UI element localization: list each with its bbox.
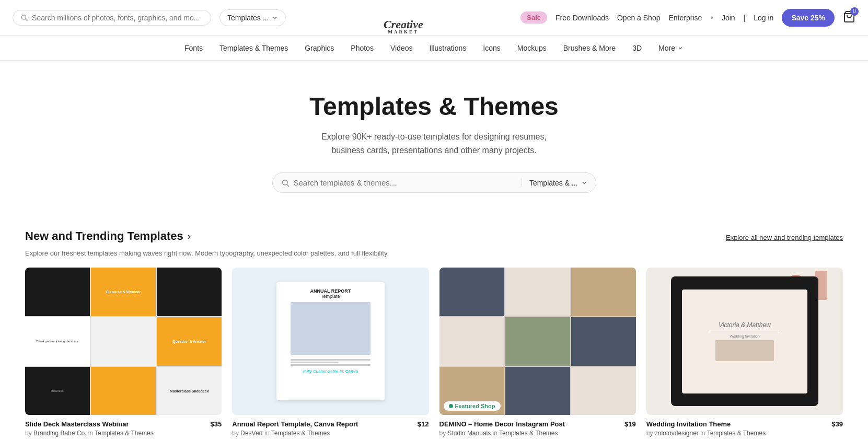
product-name: Slide Deck Masterclass Webinar [25, 420, 206, 428]
product-name: Wedding Invitation Theme [646, 420, 828, 428]
product-author: by Studio Manuals in Templates & Themes [439, 430, 636, 437]
author-link[interactable]: Branding Babe Co. [33, 430, 86, 437]
join-link[interactable]: Join [722, 14, 735, 22]
svg-line-4 [287, 184, 289, 187]
chevron-down-icon [272, 15, 278, 21]
slide-deck-thumb: E-course & Webinar Thank you for joining… [25, 268, 222, 415]
category-nav: Fonts Templates & Themes Graphics Photos… [0, 36, 868, 61]
separator-pipe: | [744, 14, 746, 22]
wedding-screen: Victoria & Matthew Wedding Invitation [682, 290, 807, 393]
product-grid: E-course & Webinar Thank you for joining… [25, 268, 843, 437]
product-card[interactable]: Victoria & Matthew Wedding Invitation We… [646, 268, 843, 437]
category-link[interactable]: Templates & Themes [95, 430, 154, 437]
search-icon [20, 14, 28, 21]
product-price: $19 [624, 420, 636, 428]
cart-badge: 0 [850, 7, 859, 16]
product-price: $12 [418, 420, 429, 428]
wedding-device: Victoria & Matthew Wedding Invitation [671, 276, 818, 406]
nav-templates[interactable]: Templates & Themes [219, 37, 288, 60]
product-name: DEMINO – Home Decor Instagram Post [439, 420, 621, 428]
enterprise-link[interactable]: Enterprise [668, 14, 702, 22]
hero-search-dropdown-label: Templates & ... [529, 179, 578, 187]
template-category-dropdown[interactable]: Templates ... [219, 9, 286, 26]
nav-videos[interactable]: Videos [390, 37, 413, 60]
product-info: DEMINO – Home Decor Instagram Post $19 [439, 420, 636, 428]
nav-icons[interactable]: Icons [483, 37, 500, 60]
product-info: Annual Report Template, Canva Report $12 [232, 420, 429, 428]
product-thumbnail: ANNUAL REPORTTemplate Fully Customizable… [232, 268, 429, 415]
nav-brushes[interactable]: Brushes & More [563, 37, 616, 60]
nav-illustrations[interactable]: Illustrations [429, 37, 466, 60]
login-link[interactable]: Log in [754, 14, 773, 22]
product-info: Wedding Invitation Theme $39 [646, 420, 843, 428]
logo-sub: Market [384, 29, 423, 34]
product-card[interactable]: ANNUAL REPORTTemplate Fully Customizable… [232, 268, 429, 437]
nav-right: Sale Free Downloads Open a Shop Enterpri… [520, 9, 855, 27]
author-link[interactable]: Studio Manuals [448, 430, 491, 437]
nav-mockups[interactable]: Mockups [517, 37, 547, 60]
explore-all-link[interactable]: Explore all new and trending templates [726, 234, 843, 241]
separator: • [710, 13, 713, 22]
template-dropdown-label: Templates ... [227, 14, 269, 22]
section-title-area: New and Trending Templates › [25, 229, 191, 246]
search-icon [281, 179, 290, 187]
product-price: $35 [211, 420, 222, 428]
page-title: Templates & Themes [13, 92, 855, 121]
author-link[interactable]: DesVert [240, 430, 263, 437]
search-bar[interactable] [13, 10, 211, 26]
hero-section: Templates & Themes Explore 90K+ ready-to… [0, 61, 868, 214]
product-thumbnail: E-course & Webinar Thank you for joining… [25, 268, 222, 415]
product-name: Annual Report Template, Canva Report [232, 420, 413, 428]
featured-dot [449, 404, 453, 408]
featured-badge: Featured Shop [444, 401, 501, 411]
nav-photos[interactable]: Photos [351, 37, 374, 60]
hero-search-dropdown[interactable]: Templates & ... [522, 179, 587, 187]
free-downloads-link[interactable]: Free Downloads [555, 14, 609, 22]
chevron-down-icon [677, 45, 684, 51]
featured-label: Featured Shop [455, 403, 495, 409]
report-preview: ANNUAL REPORTTemplate Fully Customizable… [276, 282, 385, 400]
section-header: New and Trending Templates › Explore all… [25, 229, 843, 246]
product-thumbnail: Featured Shop [439, 268, 636, 415]
product-card[interactable]: E-course & Webinar Thank you for joining… [25, 268, 222, 437]
nav-graphics[interactable]: Graphics [305, 37, 334, 60]
hero-search-input[interactable] [290, 178, 522, 187]
product-price: $39 [831, 420, 843, 428]
product-thumbnail: Victoria & Matthew Wedding Invitation [646, 268, 843, 415]
category-link[interactable]: Templates & Themes [499, 430, 558, 437]
author-link[interactable]: zolotovdesigner [655, 430, 699, 437]
product-author: by Branding Babe Co. in Templates & Them… [25, 430, 222, 437]
hero-subtitle: Explore 90K+ ready-to-use templates for … [13, 130, 855, 157]
product-card[interactable]: Featured Shop DEMINO – Home Decor Instag… [439, 268, 636, 437]
nav-more[interactable]: More [658, 37, 684, 60]
nav-fonts[interactable]: Fonts [184, 37, 203, 60]
open-shop-link[interactable]: Open a Shop [617, 14, 661, 22]
arrow-icon: › [188, 231, 191, 242]
save-button[interactable]: Save 25% [782, 9, 835, 27]
cart-icon[interactable]: 0 [843, 10, 855, 25]
category-link[interactable]: Templates & Themes [707, 430, 766, 437]
svg-line-1 [26, 19, 27, 20]
chevron-down-icon [581, 180, 587, 186]
header: Templates ... Creative Market Sale Free … [0, 0, 868, 36]
sale-badge[interactable]: Sale [520, 11, 547, 24]
product-info: Slide Deck Masterclass Webinar $35 [25, 420, 222, 428]
hero-search-bar[interactable]: Templates & ... [272, 172, 596, 193]
product-author: by zolotovdesigner in Templates & Themes [646, 430, 843, 437]
section-title: New and Trending Templates [25, 229, 183, 243]
site-logo[interactable]: Creative Market [384, 18, 423, 34]
trending-section: New and Trending Templates › Explore all… [0, 214, 868, 440]
category-link[interactable]: Templates & Themes [271, 430, 330, 437]
nav-3d[interactable]: 3D [632, 37, 642, 60]
product-author: by DesVert in Templates & Themes [232, 430, 429, 437]
search-input[interactable] [32, 14, 203, 22]
section-subtitle: Explore our freshest templates making wa… [25, 249, 843, 257]
decor-preview [439, 268, 636, 415]
